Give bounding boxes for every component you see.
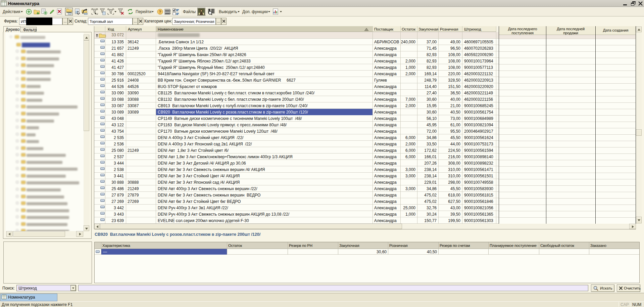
svg-text:?: ?: [159, 10, 161, 14]
